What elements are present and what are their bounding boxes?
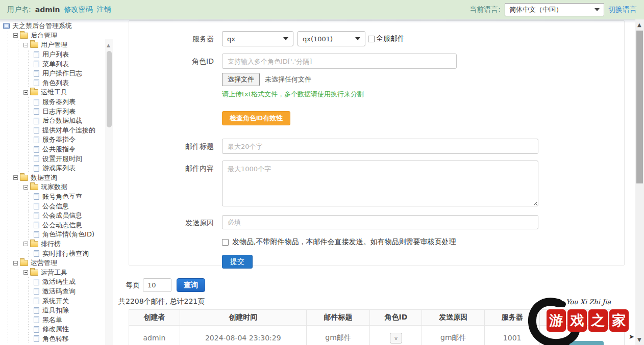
tree-guide-line	[23, 230, 34, 240]
tree-collapse-icon[interactable]	[23, 270, 28, 275]
sidebar-item-用户操作日志[interactable]: 用户操作日志	[0, 69, 105, 78]
sidebar-item-游戏库列表[interactable]: 游戏库列表	[0, 164, 105, 173]
page-icon	[34, 155, 39, 162]
tree-collapse-icon[interactable]	[23, 185, 28, 190]
tree-item-label: 系统开关	[42, 297, 69, 306]
page-icon	[34, 288, 39, 295]
scroll-up-icon[interactable]: ▲	[637, 22, 641, 28]
tree-item-label: 运营工具	[41, 268, 67, 277]
tree-collapse-icon[interactable]	[23, 43, 28, 47]
tree-guide-line	[23, 325, 34, 334]
tree-item-label: 运维工具	[41, 88, 67, 97]
sidebar-item-后台数据加载[interactable]: 后台数据加载	[0, 116, 105, 126]
tree-collapse-icon[interactable]	[23, 242, 28, 246]
tree-guide-line	[3, 192, 13, 202]
tree-guide-line	[13, 78, 23, 88]
sidebar-item-公共服指令[interactable]: 公共服指令	[0, 145, 105, 154]
language-select[interactable]: 简体中文（中国）	[505, 3, 604, 16]
tree-collapse-icon[interactable]	[13, 33, 18, 38]
row-action-button[interactable]	[561, 341, 604, 345]
sidebar-item-角色转移[interactable]: 角色转移	[0, 334, 105, 343]
sidebar-item-激活码查询[interactable]: 激活码查询	[0, 287, 105, 297]
sidebar-item-角色详情(角色ID)[interactable]: 角色详情(角色ID)	[0, 230, 105, 240]
submit-button[interactable]: 提交	[222, 255, 253, 269]
page-icon	[34, 118, 39, 124]
page-scrollbar-thumb[interactable]	[636, 31, 643, 183]
sidebar-item-服务器列表[interactable]: 服务器列表	[0, 97, 105, 107]
sidebar-item-用户管理[interactable]: 用户管理	[0, 40, 105, 50]
sidebar-item-道具扣除[interactable]: 道具扣除	[0, 306, 105, 315]
sidebar-item-公会信息[interactable]: 公会信息	[0, 201, 105, 211]
tree-guide-line	[23, 334, 34, 343]
change-password-link[interactable]: 修改密码	[64, 5, 93, 14]
page-scrollbar[interactable]: ▲ ▼	[635, 19, 644, 345]
tree-guide-line	[3, 211, 13, 221]
tree-guide-line	[3, 31, 13, 41]
sidebar-item-角色列表[interactable]: 角色列表	[0, 78, 105, 88]
tree-item-label: 日志库列表	[42, 107, 76, 116]
sidebar-item-公会动态信息[interactable]: 公会动态信息	[0, 220, 105, 230]
query-button[interactable]: 查询	[177, 278, 205, 292]
sidebar-scrollbar-thumb[interactable]	[107, 51, 112, 127]
sidebar-item-用户列表[interactable]: 用户列表	[0, 50, 105, 60]
tree-guide-line	[3, 78, 13, 88]
sidebar-item-黑名单[interactable]: 黑名单	[0, 315, 105, 325]
tree-guide-line	[3, 97, 13, 107]
role-id-input[interactable]	[222, 54, 457, 69]
sidebar-item-实时排行榜查询[interactable]: 实时排行榜查询	[0, 249, 105, 258]
direct-send-checkbox[interactable]	[222, 239, 229, 246]
sidebar-item-运维工具[interactable]: 运维工具	[0, 88, 105, 97]
page-icon	[34, 165, 39, 172]
sidebar-item-设置开服时间[interactable]: 设置开服时间	[0, 154, 105, 164]
system-icon	[3, 23, 10, 29]
sidebar-item-公会成员信息[interactable]: 公会成员信息	[0, 211, 105, 221]
sidebar-item-提供对单个连接的[interactable]: 提供对单个连接的	[0, 126, 105, 136]
sidebar-item-运营工具[interactable]: 运营工具	[0, 268, 105, 277]
mail-title-input[interactable]	[222, 139, 538, 154]
sidebar-item-数据查询[interactable]: 数据查询	[0, 173, 105, 183]
scroll-down-icon[interactable]: ▼	[637, 337, 641, 342]
sidebar-item-后台管理[interactable]: 后台管理	[0, 31, 105, 41]
tree-item-label: 实时排行榜查询	[42, 249, 89, 258]
page-icon	[34, 222, 39, 228]
sidebar-item-运营管理[interactable]: 运营管理	[0, 258, 105, 268]
tree-guide-line	[13, 59, 23, 69]
tree-guide-line	[23, 135, 34, 145]
tree-item-label: 运营管理	[31, 258, 57, 268]
server-select[interactable]: qx(1001)	[298, 31, 365, 46]
server-group-select[interactable]: qx	[222, 31, 293, 46]
mail-content-textarea[interactable]	[222, 161, 538, 206]
sidebar-scrollbar[interactable]: ▲ ▼	[105, 39, 113, 345]
sidebar-item-菜单列表[interactable]: 菜单列表	[0, 59, 105, 69]
watermark-script-text: You Xi Zhi Jia	[566, 298, 611, 306]
tree-collapse-icon[interactable]	[13, 175, 18, 180]
sidebar-item-日志库列表[interactable]: 日志库列表	[0, 107, 105, 116]
tree-item-label: 道具扣除	[42, 306, 69, 315]
sidebar-item-排行榜[interactable]: 排行榜	[0, 240, 105, 249]
tree-guide-line	[23, 220, 34, 230]
tree-collapse-icon[interactable]	[13, 261, 18, 266]
sidebar-item-账号角色互查[interactable]: 账号角色互查	[0, 192, 105, 202]
send-reason-input[interactable]	[222, 215, 538, 229]
tree-collapse-icon[interactable]	[23, 90, 28, 95]
logout-link[interactable]: 注销	[97, 5, 111, 14]
sidebar-item-玩家数据[interactable]: 玩家数据	[0, 182, 105, 192]
tree-guide-line	[23, 107, 34, 116]
tree-guide-line	[13, 240, 23, 249]
cell-send-reason: gm邮件	[422, 326, 485, 345]
sidebar-item-激活码生成[interactable]: 激活码生成	[0, 277, 105, 287]
tree-item-label: 公会动态信息	[42, 221, 82, 230]
sidebar-item-系统开关[interactable]: 系统开关	[0, 296, 105, 306]
sidebar-item-修改属性[interactable]: 修改属性	[0, 325, 105, 334]
choose-file-button[interactable]: 选择文件	[222, 73, 260, 86]
check-role-id-button[interactable]: 检查角色ID有效性	[222, 111, 290, 125]
all-server-checkbox[interactable]	[368, 36, 375, 42]
sidebar-item-服务器指令[interactable]: 服务器指令	[0, 135, 105, 145]
tree-guide-line	[3, 126, 13, 136]
role-id-expand-button[interactable]: v	[390, 333, 402, 343]
tree-guide-line	[23, 69, 34, 78]
scroll-up-icon[interactable]: ▲	[107, 43, 110, 48]
per-page-input[interactable]	[143, 278, 171, 292]
switch-language-link[interactable]: 切换语言	[608, 5, 637, 14]
sidebar-item-天之禁后台管理系统[interactable]: 天之禁后台管理系统	[0, 21, 105, 31]
